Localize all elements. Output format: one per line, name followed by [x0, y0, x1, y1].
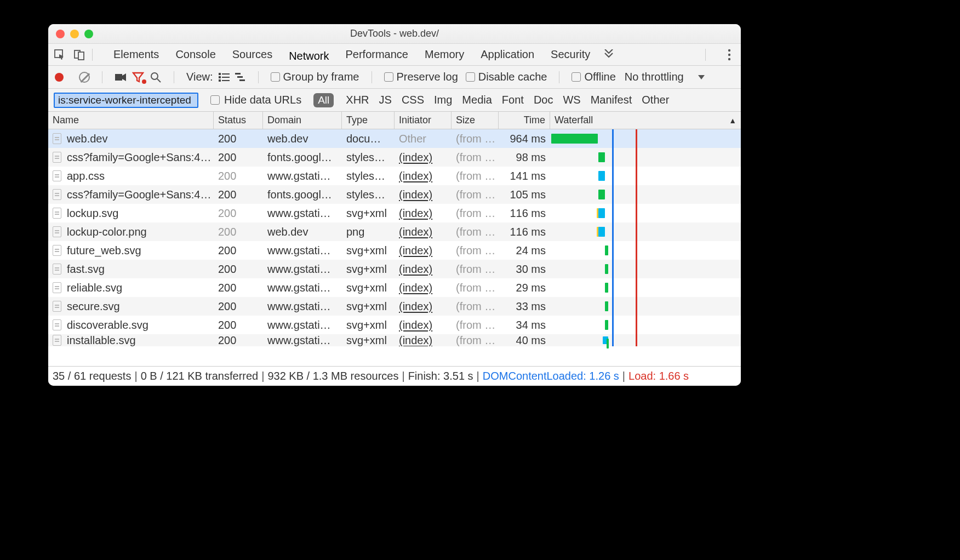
table-row[interactable]: future_web.svg200www.gstati…svg+xml(inde…	[48, 241, 741, 260]
col-domain[interactable]: Domain	[263, 112, 342, 129]
tab-security[interactable]: Security	[551, 45, 590, 64]
hide-urls-checkbox[interactable]	[210, 95, 220, 105]
filter-all[interactable]: All	[313, 93, 334, 107]
request-initiator[interactable]: (index)	[395, 316, 452, 334]
request-size: (from …	[452, 278, 499, 297]
filter-css[interactable]: CSS	[402, 94, 424, 106]
list-view-icon[interactable]	[219, 73, 230, 82]
request-waterfall	[550, 297, 741, 316]
record-icon[interactable]	[55, 73, 64, 82]
footer-transferred: 0 B / 121 KB transferred	[141, 370, 259, 382]
table-row[interactable]: web.dev200web.devdocu…Other(from …964 ms	[48, 129, 741, 148]
tab-elements[interactable]: Elements	[113, 45, 159, 64]
throttling-select[interactable]: No throttling	[625, 71, 684, 83]
clear-icon[interactable]	[79, 72, 90, 83]
request-initiator[interactable]: (index)	[395, 185, 452, 204]
file-icon	[53, 170, 61, 181]
tab-console[interactable]: Console	[175, 45, 215, 64]
request-waterfall	[550, 185, 741, 204]
filter-js[interactable]: JS	[379, 94, 392, 106]
table-row[interactable]: css?family=Google+Sans:4…200fonts.googl……	[48, 185, 741, 204]
col-size[interactable]: Size	[452, 112, 499, 129]
request-type: svg+xml	[342, 334, 395, 346]
tab-application[interactable]: Application	[481, 45, 534, 64]
table-row[interactable]: installable.svg200www.gstati…svg+xml(ind…	[48, 334, 741, 346]
request-type: styles…	[342, 185, 395, 204]
request-initiator[interactable]: (index)	[395, 297, 452, 316]
preserve-log-checkbox[interactable]	[384, 72, 393, 82]
filter-icon[interactable]	[132, 72, 144, 83]
col-name[interactable]: Name	[48, 112, 214, 129]
request-initiator[interactable]: (index)	[395, 278, 452, 297]
filter-doc[interactable]: Doc	[534, 94, 553, 106]
request-name: discoverable.svg	[67, 319, 148, 332]
tab-sources[interactable]: Sources	[232, 45, 272, 64]
status-bar: 35 / 61 requests| 0 B / 121 KB transferr…	[48, 366, 741, 386]
request-initiator[interactable]: (index)	[395, 204, 452, 222]
filter-ws[interactable]: WS	[563, 94, 580, 106]
filter-media[interactable]: Media	[462, 94, 492, 106]
tab-network[interactable]: Network	[289, 47, 329, 68]
request-initiator[interactable]: Other	[395, 129, 452, 148]
inspect-icon[interactable]	[54, 49, 66, 61]
col-initiator[interactable]: Initiator	[395, 112, 452, 129]
request-initiator[interactable]: (index)	[395, 148, 452, 167]
request-initiator[interactable]: (index)	[395, 334, 452, 346]
request-initiator[interactable]: (index)	[395, 260, 452, 278]
request-waterfall	[550, 278, 741, 297]
request-type: styles…	[342, 167, 395, 185]
overflow-icon[interactable]	[603, 49, 614, 60]
camera-icon[interactable]	[115, 73, 127, 82]
svg-rect-6	[115, 74, 122, 81]
offline-checkbox[interactable]	[572, 72, 581, 82]
device-icon[interactable]	[73, 49, 85, 61]
tab-memory[interactable]: Memory	[425, 45, 464, 64]
table-row[interactable]: discoverable.svg200www.gstati…svg+xml(in…	[48, 316, 741, 334]
request-status: 200	[214, 334, 263, 346]
table-row[interactable]: lockup.svg200www.gstati…svg+xml(index)(f…	[48, 204, 741, 222]
request-initiator[interactable]: (index)	[395, 167, 452, 185]
divider	[705, 49, 706, 61]
table-row[interactable]: fast.svg200www.gstati…svg+xml(index)(fro…	[48, 260, 741, 278]
request-initiator[interactable]: (index)	[395, 222, 452, 241]
filter-input[interactable]	[54, 93, 198, 108]
footer-load: Load: 1.66 s	[628, 370, 689, 382]
table-row[interactable]: lockup-color.png200web.devpng(index)(fro…	[48, 222, 741, 241]
request-initiator[interactable]: (index)	[395, 241, 452, 260]
tab-performance[interactable]: Performance	[346, 45, 409, 64]
request-time: 141 ms	[499, 167, 550, 185]
col-type[interactable]: Type	[342, 112, 395, 129]
request-type: svg+xml	[342, 316, 395, 334]
view-label: View:	[186, 71, 213, 83]
table-row[interactable]: css?family=Google+Sans:4…200fonts.googl……	[48, 148, 741, 167]
group-by-frame-label: Group by frame	[283, 71, 359, 83]
col-waterfall[interactable]: Waterfall▲	[550, 112, 741, 129]
search-icon[interactable]	[150, 71, 162, 83]
chevron-down-icon[interactable]	[698, 75, 705, 79]
disable-cache-checkbox[interactable]	[466, 72, 475, 82]
request-domain: www.gstati…	[263, 278, 342, 297]
filter-other[interactable]: Other	[642, 94, 669, 106]
table-row[interactable]: app.css200www.gstati…styles…(index)(from…	[48, 167, 741, 185]
filter-manifest[interactable]: Manifest	[591, 94, 632, 106]
filter-xhr[interactable]: XHR	[346, 94, 369, 106]
svg-point-3	[728, 49, 730, 51]
col-time[interactable]: Time	[499, 112, 550, 129]
svg-line-8	[157, 79, 161, 82]
file-icon	[53, 335, 61, 346]
request-type: styles…	[342, 148, 395, 167]
request-time: 24 ms	[499, 241, 550, 260]
waterfall-view-icon[interactable]	[235, 73, 246, 82]
request-size: (from …	[452, 148, 499, 167]
filter-img[interactable]: Img	[434, 94, 452, 106]
request-waterfall	[550, 222, 741, 241]
kebab-icon[interactable]	[723, 49, 735, 61]
request-size: (from …	[452, 260, 499, 278]
table-row[interactable]: secure.svg200www.gstati…svg+xml(index)(f…	[48, 297, 741, 316]
svg-point-4	[728, 53, 730, 55]
group-by-frame-checkbox[interactable]	[271, 72, 280, 82]
table-row[interactable]: reliable.svg200www.gstati…svg+xml(index)…	[48, 278, 741, 297]
filter-font[interactable]: Font	[502, 94, 524, 106]
request-type: svg+xml	[342, 278, 395, 297]
col-status[interactable]: Status	[214, 112, 263, 129]
